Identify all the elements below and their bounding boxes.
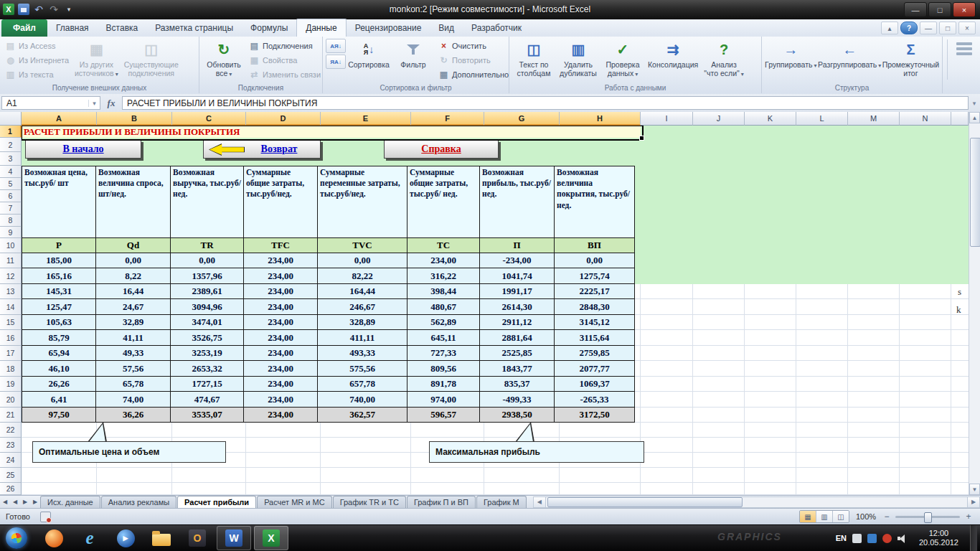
show-desktop-button[interactable] xyxy=(970,525,977,551)
column-header-C[interactable]: C xyxy=(172,112,246,126)
data-cell[interactable]: 411,11 xyxy=(318,330,407,346)
data-cell[interactable]: 1727,15 xyxy=(171,377,244,392)
workbook-close-icon[interactable]: × xyxy=(958,22,976,34)
tray-icon-1[interactable] xyxy=(852,534,862,543)
data-cell[interactable]: 1843,77 xyxy=(480,361,555,377)
data-cell[interactable]: 493,33 xyxy=(318,346,407,361)
summary-cell[interactable]: 36,26 xyxy=(96,408,171,423)
code-cell[interactable]: ВП xyxy=(555,238,635,253)
ribbon-button-g3-3[interactable]: АЯ↓Сортировка xyxy=(347,39,390,70)
data-cell[interactable]: 398,44 xyxy=(407,284,480,299)
data-cell[interactable]: 891,78 xyxy=(407,377,480,392)
page-layout-view-icon[interactable]: ▥ xyxy=(816,511,833,522)
data-cell[interactable]: 234,00 xyxy=(244,299,318,315)
tray-icon-3[interactable] xyxy=(882,534,892,543)
code-cell[interactable]: Qd xyxy=(96,238,171,253)
taskbar-app-launcher-orange[interactable] xyxy=(37,527,70,550)
sheet-tab-1[interactable]: Исх. данные xyxy=(40,496,100,508)
summary-cell[interactable]: 362,57 xyxy=(318,408,407,423)
ribbon-button-g1-4[interactable]: ▦Из другихисточников▾ xyxy=(72,39,121,80)
data-cell[interactable]: 165,16 xyxy=(22,268,96,284)
row-header-19[interactable]: 19 xyxy=(0,377,22,392)
data-cell[interactable]: 65,78 xyxy=(96,377,171,392)
data-cell[interactable]: 26,26 xyxy=(22,377,96,392)
tray-icon-2[interactable] xyxy=(867,534,877,543)
ribbon-button-g1-5[interactable]: ◫Существующиеподключения xyxy=(122,39,181,79)
outline-detail-buttons-partial[interactable] xyxy=(947,39,980,80)
formula-input[interactable]: РАСЧЕТ ПРИБЫЛИ И ВЕЛИЧИНЫ ПОКРЫТИЯ xyxy=(122,96,969,110)
data-cell[interactable]: 234,00 xyxy=(244,330,318,346)
ribbon-button-g1-2[interactable]: ◍Из Интернета xyxy=(3,53,71,67)
file-tab[interactable]: Файл xyxy=(1,19,47,37)
data-cell[interactable]: 65,94 xyxy=(22,346,96,361)
summary-cell[interactable]: 2938,50 xyxy=(480,408,555,423)
data-cell[interactable]: 2881,64 xyxy=(480,330,555,346)
data-cell[interactable]: 234,00 xyxy=(244,268,318,284)
code-cell[interactable]: TC xyxy=(407,238,480,253)
fill-handle[interactable] xyxy=(639,136,644,141)
column-header-M[interactable]: M xyxy=(848,112,900,126)
sheet-nav-last-icon[interactable]: ▶ xyxy=(30,497,40,507)
table-header-cell[interactable]: Суммарные переменные затраты, тыс.руб/не… xyxy=(318,166,407,238)
column-header-B[interactable]: B xyxy=(97,112,172,126)
summary-cell[interactable]: 3535,07 xyxy=(171,408,244,423)
code-cell[interactable]: P xyxy=(22,238,96,253)
data-cell[interactable]: 57,56 xyxy=(96,361,171,377)
data-cell[interactable]: 2759,85 xyxy=(555,346,635,361)
data-cell[interactable]: 145,31 xyxy=(22,284,96,299)
data-cell[interactable]: 246,67 xyxy=(318,299,407,315)
ribbon-button-g5-1[interactable]: →Группировать▾ xyxy=(765,39,817,72)
ribbon-button-g4-5[interactable]: ?Анализ"что если"▾ xyxy=(702,39,745,80)
data-cell[interactable]: 2614,30 xyxy=(480,299,555,315)
data-cell[interactable]: 234,00 xyxy=(407,253,480,268)
data-cell[interactable]: 125,47 xyxy=(22,299,96,315)
data-cell[interactable]: 3253,19 xyxy=(171,346,244,361)
row-header-17[interactable]: 17 xyxy=(0,346,22,361)
taskbar-app-word[interactable]: W xyxy=(217,526,251,550)
help-icon[interactable]: ? xyxy=(900,22,918,34)
row-header-15[interactable]: 15 xyxy=(0,315,22,330)
data-cell[interactable]: 645,11 xyxy=(407,330,480,346)
table-header-cell[interactable]: Возможная величина покрытия, тыс.руб/нед… xyxy=(555,166,635,238)
column-header-I[interactable]: I xyxy=(641,112,693,126)
data-cell[interactable]: 1991,17 xyxy=(480,284,555,299)
data-cell[interactable]: 2525,85 xyxy=(480,346,555,361)
column-header-N[interactable]: N xyxy=(900,112,951,126)
data-cell[interactable]: -499,33 xyxy=(480,392,555,408)
sheet-button-2[interactable]: Возврат xyxy=(203,140,321,159)
data-cell[interactable]: 82,22 xyxy=(318,268,407,284)
table-header-cell[interactable]: Возможная выручка, тыс.руб/ нед. xyxy=(171,166,244,238)
taskbar-clock[interactable]: 12:00 20.05.2012 xyxy=(913,529,964,547)
zoom-out-icon[interactable]: − xyxy=(882,512,891,522)
data-cell[interactable]: 46,10 xyxy=(22,361,96,377)
maximize-button[interactable]: □ xyxy=(928,2,951,17)
code-cell[interactable]: TR xyxy=(171,238,244,253)
row-header-24[interactable]: 24 xyxy=(0,453,22,468)
zoom-slider[interactable] xyxy=(895,516,960,518)
data-cell[interactable]: 49,33 xyxy=(96,346,171,361)
row-header-1[interactable]: 1 xyxy=(0,126,22,138)
ribbon-button-g3-6[interactable]: ↻Повторить xyxy=(436,53,511,67)
sheet-button-1[interactable]: В начало xyxy=(25,140,141,159)
data-cell[interactable]: 234,00 xyxy=(244,284,318,299)
data-cell[interactable]: 809,56 xyxy=(407,361,480,377)
data-cell[interactable]: 3145,12 xyxy=(555,315,635,330)
row-header-26[interactable]: 26 xyxy=(0,483,22,495)
zoom-level[interactable]: 100% xyxy=(854,512,878,521)
ribbon-button-g4-3[interactable]: ✓Проверкаданных▾ xyxy=(601,39,644,80)
data-cell[interactable]: 234,00 xyxy=(244,377,318,392)
row-header-2[interactable]: 2 xyxy=(0,138,22,152)
data-cell[interactable]: 2389,61 xyxy=(171,284,244,299)
data-cell[interactable]: 2848,30 xyxy=(555,299,635,315)
ribbon-button-g3-7[interactable]: ▦Дополнительно xyxy=(436,67,511,81)
ribbon-tab-5[interactable]: Данные xyxy=(296,19,346,37)
data-cell[interactable]: 1041,74 xyxy=(480,268,555,284)
table-header-cell[interactable]: Суммарные общие затраты, тыс.руб/нед. xyxy=(244,166,318,238)
data-cell[interactable]: 234,00 xyxy=(244,361,318,377)
table-header-cell[interactable]: Возможная прибыль, тыс.руб/ нед. xyxy=(480,166,555,238)
ribbon-button-g5-2[interactable]: ←Разгруппировать▾ xyxy=(819,39,881,72)
page-break-view-icon[interactable]: ◫ xyxy=(833,511,849,522)
taskbar-app-internet-explorer[interactable]: e xyxy=(73,527,106,550)
sheet-tab-3[interactable]: Расчет прибыли xyxy=(177,496,256,508)
ribbon-button-g2-3[interactable]: ▦Свойства xyxy=(247,53,323,67)
